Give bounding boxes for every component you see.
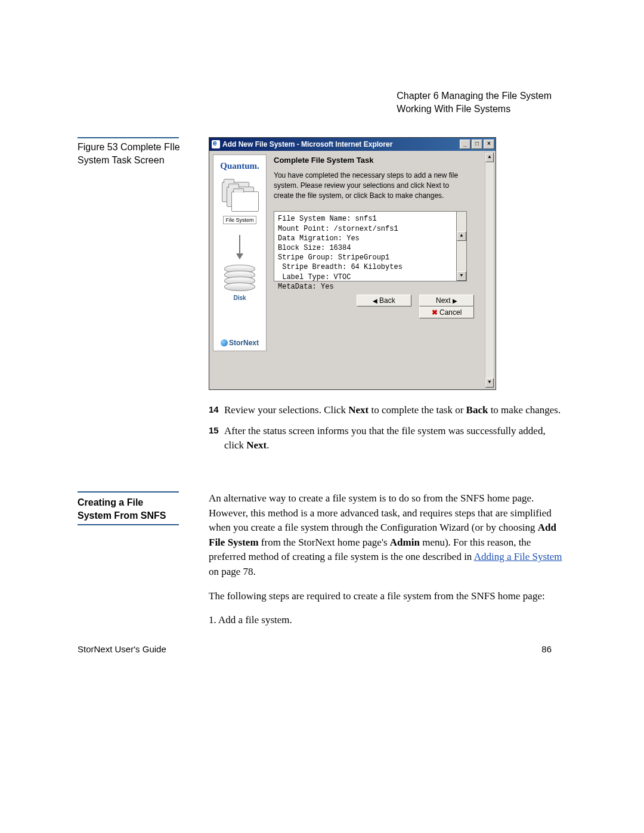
scroll-down-icon[interactable]: ▼: [457, 271, 466, 281]
outer-scrollbar[interactable]: ▲ ▼: [485, 152, 494, 388]
step-text: After the status screen informs you that…: [224, 424, 566, 453]
back-button[interactable]: ◀ Back: [357, 295, 411, 306]
wizard-sidebar: Quantum. File System: [213, 154, 267, 351]
scroll-up-icon[interactable]: ▲: [485, 153, 494, 162]
disk-stack-icon: [224, 265, 255, 291]
next-button[interactable]: Next ▶: [419, 295, 474, 306]
titlebar: Add New File System - Microsoft Internet…: [209, 138, 496, 151]
footer-title: StorNext User's Guide: [78, 644, 166, 654]
section-heading: Creating a File System From SNFS: [78, 496, 179, 525]
caption-rule: [78, 137, 179, 138]
globe-icon: [221, 339, 228, 346]
disk-label: Disk: [216, 295, 264, 301]
wizard-intro: You have completed the necessary steps t…: [274, 171, 470, 200]
folder-stack-icon: [222, 182, 258, 213]
section-rule: [78, 491, 179, 493]
quantum-logo: Quantum.: [216, 161, 264, 171]
paragraph: An alternative way to create a file syst…: [209, 491, 566, 580]
scroll-down-icon[interactable]: ▼: [485, 378, 494, 388]
list-item: 1. Add a file system.: [209, 613, 566, 628]
cancel-button[interactable]: ✖ Cancel: [419, 306, 474, 318]
chapter-label: Chapter 6 Managing the File System: [397, 89, 552, 103]
step-text: Review your selections. Click Next to co…: [224, 403, 561, 418]
step-list: 14 Review your selections. Click Next to…: [209, 403, 566, 453]
window-title: Add New File System - Microsoft Internet…: [222, 140, 460, 148]
filesystem-tag: File System: [223, 216, 256, 224]
restore-button[interactable]: □: [472, 140, 482, 149]
ie-icon: [212, 140, 220, 148]
xref-link[interactable]: Adding a File System: [474, 551, 562, 562]
minimize-button[interactable]: _: [460, 140, 470, 149]
step-number: 14: [209, 403, 224, 418]
figure-caption: Figure 53 Complete FIle System Task Scre…: [78, 141, 197, 166]
summary-scrollbar[interactable]: ▲ ▼: [456, 211, 467, 281]
paragraph: The following steps are required to crea…: [209, 589, 566, 604]
wizard-heading: Complete File System Task: [274, 156, 481, 165]
page-header: Chapter 6 Managing the File System Worki…: [397, 89, 552, 115]
summary-textbox[interactable]: File System Name: snfs1 Mount Point: /st…: [274, 211, 457, 281]
step-15: 15 After the status screen informs you t…: [209, 424, 566, 453]
dialog-window: Add New File System - Microsoft Internet…: [209, 137, 496, 390]
section-label: Working With File Systems: [397, 103, 552, 116]
step-number: 15: [209, 424, 224, 453]
stornext-logo: StorNext: [213, 339, 266, 347]
scroll-up-icon[interactable]: ▲: [457, 231, 466, 241]
close-button[interactable]: ×: [484, 140, 494, 149]
page-footer: StorNext User's Guide 86: [78, 644, 552, 654]
page-number: 86: [541, 644, 552, 654]
step-14: 14 Review your selections. Click Next to…: [209, 403, 566, 418]
arrow-down-icon: [239, 235, 240, 259]
